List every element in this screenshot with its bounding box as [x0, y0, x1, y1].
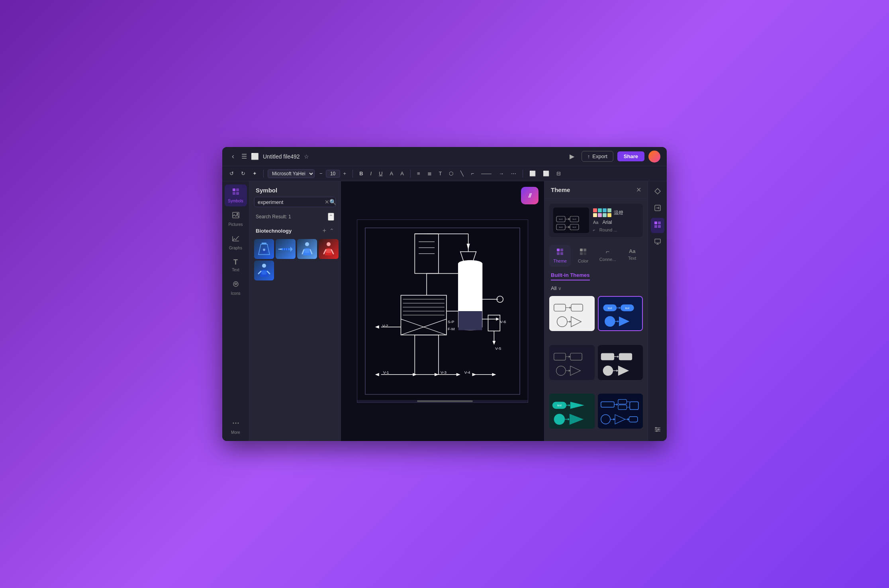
format-button[interactable]: ✦ [250, 169, 259, 178]
svg-rect-180 [655, 239, 660, 243]
theme-card-6[interactable] [598, 394, 643, 429]
file-title: Untitled file492 [263, 153, 300, 160]
category-header: Biotechnology + ⌃ [249, 224, 341, 237]
line2-button[interactable]: → [496, 169, 506, 178]
symbols-icon [232, 188, 240, 198]
theme-tab-theme[interactable]: Theme [549, 245, 571, 267]
redo-button[interactable]: ↻ [239, 169, 248, 178]
right-btn-grid[interactable] [651, 218, 664, 233]
svg-point-187 [658, 429, 659, 430]
symbol-item-bio5[interactable] [254, 261, 274, 280]
title-bar-left: ‹ ☰ ⬜ Untitled file492 ☆ [229, 151, 562, 162]
theme-color-grid [593, 208, 611, 217]
font-select[interactable]: Microsoft YaHei [268, 169, 315, 178]
search-clear-button[interactable]: ✕ [325, 199, 329, 205]
category-add-button[interactable]: + [323, 227, 326, 234]
shape3-button[interactable]: ⬜ [540, 169, 552, 178]
theme-card-3[interactable] [549, 345, 595, 380]
theme-card-5[interactable]: text [549, 394, 595, 429]
color-dot-5 [593, 213, 597, 217]
sidebar-item-graphs-label: Graphs [229, 246, 242, 250]
category-collapse-button[interactable]: ⌃ [329, 227, 334, 234]
symbol-item-bio2[interactable] [276, 239, 296, 259]
dash-button[interactable]: ⋯ [509, 169, 519, 178]
svg-rect-179 [658, 225, 661, 228]
text-icon: T [233, 258, 238, 267]
back-button[interactable]: ‹ [229, 151, 237, 162]
star-icon[interactable]: ☆ [304, 153, 309, 160]
sidebar-item-symbols[interactable]: Symbols [225, 184, 247, 206]
share-button[interactable]: Share [617, 151, 644, 161]
svg-rect-139 [601, 353, 614, 360]
svg-text:F-M: F-M [448, 327, 455, 331]
text-button[interactable]: T [437, 169, 444, 178]
theme-card-4[interactable] [598, 345, 643, 380]
font-size-input[interactable] [326, 170, 340, 178]
svg-rect-105 [580, 249, 583, 251]
theme-tab-text-label: Text [628, 256, 636, 261]
svg-point-8 [233, 282, 238, 286]
italic-button[interactable]: I [368, 169, 374, 178]
connector-button[interactable]: ⌐ [468, 169, 476, 178]
sidebar-item-symbols-label: Symbols [228, 199, 243, 203]
right-btn-settings[interactable] [651, 423, 664, 438]
color-dot-6 [598, 213, 602, 217]
toolbar: ↺ ↻ ✦ Microsoft YaHei − + B I U A A ≡ ≣ … [222, 166, 667, 181]
sidebar-item-more[interactable]: More [225, 416, 247, 438]
right-btn-diamond[interactable] [651, 184, 664, 200]
menu-icon[interactable]: ☰ [241, 153, 247, 160]
theme-tab-text[interactable]: Aa Text [621, 245, 643, 267]
horizontal-scrollbar[interactable] [357, 400, 528, 402]
search-input[interactable] [258, 199, 325, 205]
search-submit-button[interactable]: 🔍 [329, 199, 336, 205]
theme-card-1[interactable] [549, 296, 595, 331]
bold-button[interactable]: B [357, 169, 365, 178]
svg-text:text: text [559, 226, 563, 228]
svg-rect-27 [326, 249, 331, 253]
theme-card-2[interactable]: text text [598, 296, 643, 331]
app-icon: // [521, 187, 538, 204]
right-btn-import[interactable] [651, 201, 664, 216]
sidebar-item-graphs[interactable]: Graphs [225, 231, 247, 253]
underline-button[interactable]: U [376, 169, 385, 178]
line-style-button[interactable]: —— [479, 169, 494, 178]
export-button[interactable]: ↑ Export [582, 151, 613, 162]
graphs-icon [232, 235, 240, 245]
toolbar-divider-2 [352, 170, 353, 178]
align2-button[interactable]: ≣ [425, 169, 434, 178]
line-button[interactable]: ╲ [458, 169, 466, 178]
play-button[interactable]: ▶ [566, 151, 578, 162]
shape-button[interactable]: ⬡ [446, 169, 456, 178]
svg-text:text: text [625, 307, 629, 310]
theme-tab-color[interactable]: Color [572, 245, 594, 267]
theme-font-row: Aa Arial [593, 220, 639, 225]
font-color-button[interactable]: A [388, 169, 396, 178]
align-button[interactable]: ≡ [415, 169, 423, 178]
results-collapse-button[interactable]: ⌃ [328, 213, 334, 221]
sidebar-item-more-label: More [231, 430, 240, 435]
shape2-button[interactable]: ⬜ [527, 169, 538, 178]
svg-text:S-P: S-P [448, 319, 454, 324]
symbol-item-bio4[interactable] [319, 239, 339, 259]
right-btn-screen[interactable] [651, 235, 664, 250]
font-size-plus[interactable]: + [341, 169, 349, 178]
sidebar-item-icons[interactable]: Icons [225, 277, 247, 299]
all-dropdown[interactable]: All ∨ [544, 284, 648, 294]
symbol-panel: Symbol ✕ 🔍 Search Result: 1 ⌃ Biotechnol… [249, 181, 341, 441]
sidebar-item-text[interactable]: T Text [225, 255, 247, 275]
strikethrough-button[interactable]: A [398, 169, 406, 178]
svg-text:text: text [607, 307, 612, 310]
undo-button[interactable]: ↺ [227, 169, 236, 178]
canvas-area[interactable]: // [341, 181, 544, 441]
svg-point-46 [458, 261, 482, 267]
svg-text:V-6: V-6 [500, 319, 506, 324]
avatar[interactable] [648, 151, 660, 163]
align3-button[interactable]: ⊟ [554, 169, 563, 178]
sidebar-item-pictures[interactable]: Pictures [225, 208, 247, 230]
theme-tab-connector[interactable]: ⌐ Conne... [595, 245, 620, 267]
symbol-item-bio3[interactable] [297, 239, 317, 259]
symbol-item-bio1[interactable] [254, 239, 274, 259]
svg-point-9 [233, 423, 234, 424]
font-size-minus[interactable]: − [317, 169, 325, 178]
theme-close-button[interactable]: ✕ [636, 186, 641, 194]
